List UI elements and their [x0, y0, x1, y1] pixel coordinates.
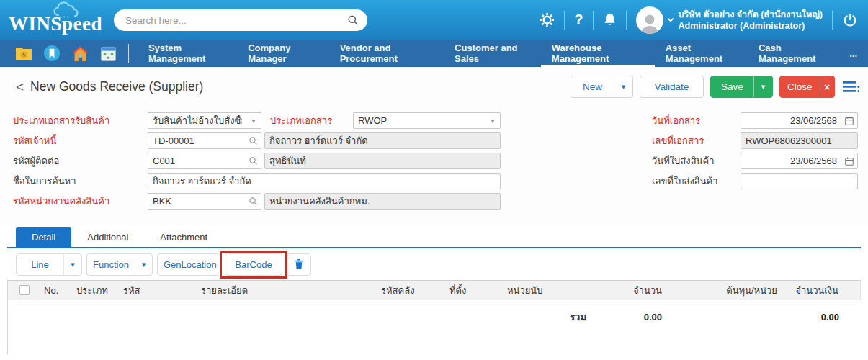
trash-icon: [294, 258, 304, 271]
calendar-picker-icon[interactable]: [841, 156, 857, 166]
vendor-name-value: [265, 135, 500, 146]
doc-date-input[interactable]: [741, 115, 841, 126]
doc-type-value[interactable]: [354, 115, 486, 126]
divider: [564, 11, 565, 30]
col-warehouse: รหัสคลัง: [377, 283, 446, 298]
recent-history-icon[interactable]: [14, 44, 33, 63]
page-title-bar: < New Goods Receive (Supplier) New Valid…: [0, 67, 868, 107]
detail-tabs: Detail Additional Attachment: [7, 227, 861, 248]
nav-item-more[interactable]: ...: [838, 40, 868, 67]
nav-menu: System Management Company Manager Vendor…: [138, 40, 868, 67]
doc-type-select[interactable]: ▾: [353, 112, 501, 129]
delete-row-button[interactable]: [287, 253, 311, 276]
chevron-down-icon[interactable]: ▾: [246, 117, 261, 125]
top-header: WINSpeed ? บริษั: [0, 0, 868, 40]
divider: [128, 44, 129, 63]
lookup-search-icon[interactable]: [245, 156, 261, 166]
tab-attachment[interactable]: Attachment: [144, 227, 223, 247]
contact-code-field[interactable]: [148, 153, 261, 169]
lookup-search-icon[interactable]: [245, 197, 261, 206]
document-form: ประเภทเอกสารรับสินค้า ▾ ประเภทเอกสาร ▾ ว…: [0, 107, 868, 225]
nav-item-warehouse-management[interactable]: Warehouse Management: [541, 40, 655, 67]
warehouse-org-name-readonly: [264, 193, 501, 210]
function-button-label: Function: [87, 254, 135, 275]
goods-receive-page: WINSpeed ? บริษั: [0, 0, 868, 360]
logout-power-icon[interactable]: [842, 12, 858, 28]
nav-item-cash-management[interactable]: Cash Management: [748, 40, 838, 67]
doc-receive-type-value[interactable]: [148, 115, 246, 126]
home-icon[interactable]: [71, 44, 89, 63]
contact-code-label: รหัสผู้ติดต่อ: [13, 153, 59, 169]
col-location: ที่ตั้ง: [446, 283, 504, 298]
save-dropdown-chevron-icon[interactable]: [754, 76, 772, 97]
new-button[interactable]: New: [571, 76, 633, 98]
vendor-code-label: รหัสเจ้าหนี้: [13, 132, 56, 149]
barcode-button[interactable]: BarCode: [225, 253, 282, 276]
barcode-button-wrapper: BarCode: [225, 253, 282, 276]
tab-additional[interactable]: Additional: [71, 227, 144, 247]
search-input[interactable]: [125, 15, 347, 26]
col-unit-cost: ต้นทุน/หน่วย: [666, 283, 781, 298]
delivery-date-input[interactable]: [741, 156, 841, 166]
nav-item-system-management[interactable]: System Management: [138, 40, 237, 67]
genlocation-button[interactable]: GenLocation: [157, 253, 220, 276]
vendor-code-field[interactable]: [148, 132, 261, 149]
settings-gear-icon[interactable]: [540, 12, 555, 27]
nav-item-customer-sales[interactable]: Customer and Sales: [444, 40, 541, 67]
delivery-date-field[interactable]: [741, 153, 858, 169]
select-all-checkbox[interactable]: [19, 285, 30, 295]
save-button[interactable]: Save: [710, 76, 773, 98]
calendar-icon[interactable]: [99, 44, 117, 63]
line-button[interactable]: Line: [16, 253, 82, 276]
divider: [832, 11, 833, 30]
new-button-label: New: [571, 76, 614, 97]
close-button[interactable]: Close ×: [779, 76, 835, 98]
action-buttons: New Validate Save Close ×: [571, 76, 861, 98]
search-name-field[interactable]: [148, 173, 501, 189]
function-button[interactable]: Function: [86, 253, 153, 276]
total-quantity: 0.00: [590, 312, 666, 323]
doc-receive-type-label: ประเภทเอกสารรับสินค้า: [13, 112, 109, 129]
global-search[interactable]: [114, 9, 367, 31]
user-info[interactable]: บริษัท ตัวอย่าง จำกัด (สำนักงานใหญ่) Adm…: [679, 9, 823, 32]
nav-item-company-manager[interactable]: Company Manager: [237, 40, 328, 67]
nav-item-asset-management[interactable]: Asset Management: [655, 40, 748, 67]
notifications-bell-icon[interactable]: [603, 12, 617, 27]
help-icon[interactable]: ?: [574, 12, 583, 28]
warehouse-org-field[interactable]: [148, 193, 261, 210]
genlocation-button-label: GenLocation: [158, 254, 223, 275]
bookmark-icon[interactable]: [42, 44, 61, 63]
validate-button-label: Validate: [640, 76, 703, 97]
chevron-down-icon[interactable]: [667, 17, 674, 22]
validate-button[interactable]: Validate: [640, 76, 704, 98]
calendar-picker-icon[interactable]: [841, 116, 857, 126]
vendor-code-input[interactable]: [148, 135, 245, 146]
doc-receive-type-select[interactable]: ▾: [148, 112, 261, 129]
doc-date-field[interactable]: [741, 112, 858, 129]
doc-no-label: เลขที่เอกสาร: [652, 132, 704, 149]
header-right-cluster: ? บริษัท ตัวอย่าง จำกัด (สำนักงานใหญ่) A…: [540, 0, 868, 40]
contact-code-input[interactable]: [148, 156, 245, 166]
search-name-input[interactable]: [148, 176, 500, 186]
close-button-label: Close: [780, 76, 820, 97]
menu-list-icon[interactable]: [843, 80, 861, 94]
search-icon[interactable]: [347, 14, 359, 26]
new-dropdown-chevron-icon[interactable]: [614, 76, 632, 97]
close-x-icon[interactable]: ×: [820, 76, 834, 97]
lookup-search-icon[interactable]: [245, 136, 261, 145]
line-dropdown-chevron-icon[interactable]: [64, 254, 81, 275]
delivery-no-input[interactable]: [741, 176, 857, 186]
doc-no-readonly: [741, 132, 858, 149]
chevron-down-icon[interactable]: ▾: [486, 117, 500, 125]
function-dropdown-chevron-icon[interactable]: [135, 254, 152, 275]
back-chevron-icon[interactable]: <: [16, 79, 24, 95]
user-avatar[interactable]: [636, 6, 663, 34]
delivery-no-label: เลขที่ใบส่งสินค้า: [652, 173, 718, 189]
delivery-no-field[interactable]: [741, 173, 858, 189]
tab-detail[interactable]: Detail: [16, 227, 71, 247]
user-role: Administrator (Administrator): [679, 20, 823, 32]
grid-total-row: รวม 0.00 0.00: [8, 310, 861, 325]
app-logo[interactable]: WINSpeed: [9, 3, 102, 35]
warehouse-org-input[interactable]: [148, 196, 245, 207]
nav-item-vendor-procurement[interactable]: Vendor and Procurement: [329, 40, 444, 67]
